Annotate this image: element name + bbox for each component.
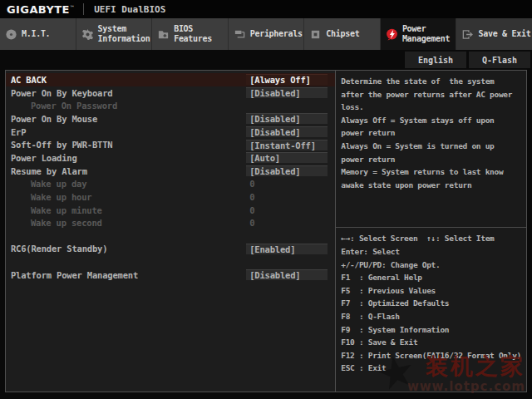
setting-value: 0 — [246, 218, 328, 229]
brand-header: GIGABYTE™ UEFI DualBIOS — [0, 0, 532, 18]
chip-icon — [309, 28, 322, 41]
setting-row-power-on-password: Power On Password — [6, 99, 335, 112]
folder-plus-icon — [157, 28, 170, 41]
dial-icon — [5, 28, 17, 41]
setting-row-platform-power-management[interactable]: Platform Power Management [Disabled] — [6, 268, 335, 282]
setting-value[interactable]: [Disabled] — [246, 87, 328, 98]
tab-bios-features[interactable]: BIOS Features — [151, 18, 228, 50]
setting-row-power-loading[interactable]: Power Loading [Auto] — [6, 151, 335, 165]
setting-row-wake-up-minute: Wake up minute 0 — [6, 204, 335, 217]
tab-chipset[interactable]: Chipset — [303, 18, 380, 50]
setting-value[interactable]: [Enabled] — [246, 244, 328, 254]
settings-list: AC BACK [Always Off] Power On By Keyboar… — [6, 71, 336, 392]
setting-row-power-on-by-mouse[interactable]: Power On By Mouse [Disabled] — [6, 112, 335, 126]
tab-bar: M.I.T. System Information BIOS Features … — [0, 18, 532, 50]
tab-system-information[interactable]: System Information — [76, 18, 152, 50]
tab-peripherals[interactable]: Peripherals — [228, 18, 304, 50]
setting-value[interactable]: [Instant-Off] — [246, 140, 328, 150]
tab-mit[interactable]: M.I.T. — [0, 18, 76, 50]
help-panel: Determine the state of the system after … — [336, 71, 526, 392]
lightning-icon — [386, 28, 398, 41]
setting-row-wake-up-day: Wake up day 0 — [6, 178, 335, 191]
setting-row-wake-up-hour: Wake up hour 0 — [6, 190, 335, 204]
help-description: Determine the state of the system after … — [341, 75, 521, 191]
content-panel: AC BACK [Always Off] Power On By Keyboar… — [5, 70, 527, 392]
setting-value: 0 — [246, 204, 328, 215]
setting-value — [246, 101, 328, 111]
bios-screen: GIGABYTE™ UEFI DualBIOS M.I.T. System In… — [0, 0, 532, 399]
gear-icon — [81, 28, 94, 41]
setting-row-ac-back[interactable]: AC BACK [Always Off] — [6, 73, 335, 86]
language-button[interactable]: English — [405, 52, 466, 68]
key-legend: ←→: Select Screen ↑↓: Select Item Enter:… — [341, 228, 521, 375]
setting-row-soft-off-by-pwr-bttn[interactable]: Soft-Off by PWR-BTTN [Instant-Off] — [6, 138, 335, 151]
setting-value[interactable]: [Disabled] — [246, 269, 328, 280]
setting-row-resume-by-alarm[interactable]: Resume by Alarm [Disabled] — [6, 165, 335, 178]
qflash-button[interactable]: Q-Flash — [469, 52, 530, 68]
setting-value[interactable]: [Disabled] — [246, 113, 328, 124]
toolbar: English Q-Flash — [0, 50, 532, 70]
tab-save-exit[interactable]: Save & Exit — [456, 18, 532, 50]
setting-value[interactable]: [Always Off] — [246, 74, 328, 85]
setting-row-power-on-by-keyboard[interactable]: Power On By Keyboard [Disabled] — [6, 86, 335, 100]
setting-value[interactable]: [Disabled] — [246, 165, 328, 176]
gigabyte-logo: GIGABYTE™ — [7, 3, 75, 16]
setting-value: 0 — [246, 179, 328, 190]
firmware-name: UEFI DualBIOS — [94, 4, 165, 15]
setting-value: 0 — [246, 192, 328, 203]
setting-value[interactable]: [Disabled] — [246, 126, 328, 137]
setting-value[interactable]: [Auto] — [246, 152, 328, 163]
setting-row-rc6-render-standby[interactable]: RC6(Render Standby) [Enabled] — [6, 242, 335, 255]
peripherals-icon — [234, 28, 246, 41]
header-divider — [83, 3, 84, 15]
setting-row-wake-up-second: Wake up second 0 — [6, 217, 335, 230]
tab-power-management[interactable]: Power Management — [380, 18, 456, 50]
exit-icon — [461, 28, 474, 41]
setting-row-erp[interactable]: ErP [Disabled] — [6, 126, 335, 139]
